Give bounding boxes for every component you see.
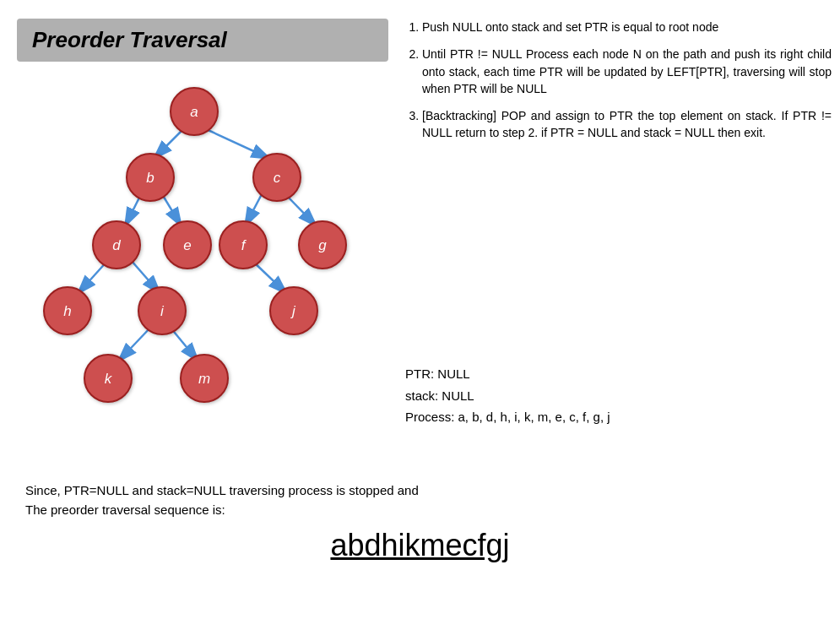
bottom-line2: The preorder traversal sequence is: — [25, 501, 815, 520]
steps-panel: Push NULL onto stack and set PTR is equa… — [405, 19, 832, 152]
title-box: Preorder Traversal — [17, 19, 388, 62]
traversal-sequence: abdhikmecfgj — [25, 523, 815, 568]
page-title: Preorder Traversal — [32, 27, 373, 53]
node-d: d — [112, 237, 121, 253]
svg-line-9 — [252, 260, 287, 294]
node-b: b — [146, 170, 154, 186]
step-2: Until PTR != NULL Process each node N on… — [422, 46, 832, 97]
step-1: Push NULL onto stack and set PTR is equa… — [422, 19, 832, 35]
bottom-text: Since, PTR=NULL and stack=NULL traversin… — [25, 481, 815, 568]
node-c: c — [274, 170, 281, 186]
svg-line-4 — [162, 194, 182, 226]
tree-diagram: a b c d e f g h i j k m — [17, 68, 397, 515]
node-g: g — [318, 237, 327, 253]
stack-status: stack: NULL — [405, 385, 610, 407]
svg-line-10 — [118, 328, 150, 361]
process-status: Process: a, b, d, h, i, k, m, e, c, f, g… — [405, 406, 610, 428]
ptr-status: PTR: NULL — [405, 363, 610, 385]
svg-line-2 — [204, 128, 270, 159]
bottom-line1: Since, PTR=NULL and stack=NULL traversin… — [25, 481, 815, 501]
node-m: m — [198, 371, 210, 387]
status-panel: PTR: NULL stack: NULL Process: a, b, d, … — [405, 363, 610, 428]
node-h: h — [63, 303, 71, 319]
node-e: e — [183, 237, 191, 253]
step-3: [Backtracking] POP and assign to PTR the… — [422, 107, 832, 142]
node-a: a — [190, 104, 198, 120]
svg-line-6 — [285, 194, 317, 226]
steps-list: Push NULL onto stack and set PTR is equa… — [405, 19, 832, 142]
